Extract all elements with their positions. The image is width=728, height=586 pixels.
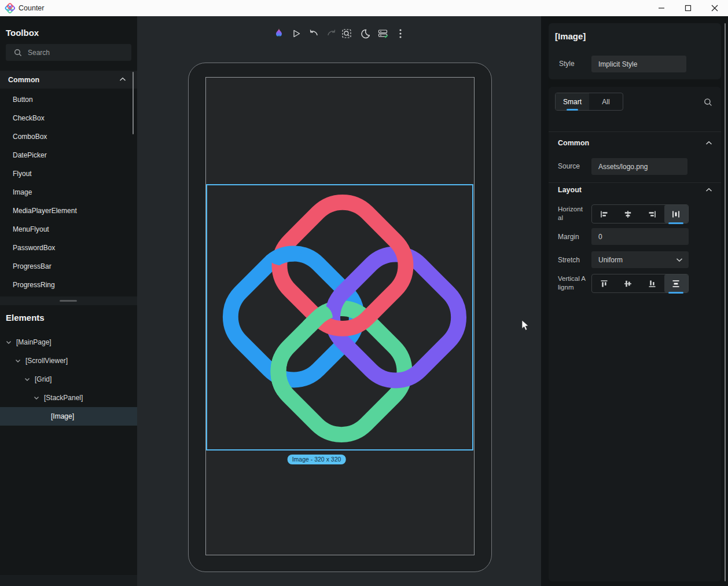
margin-input[interactable]: 0 bbox=[591, 228, 689, 245]
toolbox-item-combobox[interactable]: ComboBox bbox=[0, 127, 133, 146]
stretch-horizontal-icon bbox=[671, 210, 681, 219]
tree-item-scrollviewer[interactable]: [ScrollViewer] bbox=[0, 351, 152, 370]
toolbox-item-button[interactable]: Button bbox=[0, 90, 133, 109]
property-search-icon[interactable] bbox=[704, 98, 712, 107]
play-button[interactable] bbox=[289, 26, 304, 41]
theme-toggle-button[interactable] bbox=[358, 26, 373, 41]
source-input[interactable]: Assets/logo.png bbox=[591, 158, 687, 175]
title-bar: Counter bbox=[0, 0, 728, 16]
undo-button[interactable] bbox=[306, 26, 321, 41]
style-input[interactable]: Implicit Style bbox=[591, 56, 686, 72]
section-divider bbox=[549, 182, 721, 183]
toolbox-search-input[interactable]: Search bbox=[6, 44, 131, 61]
app-window: Counter Toolbox Search Common bbox=[0, 0, 728, 586]
align-right-button[interactable] bbox=[640, 205, 664, 223]
stretch-horizontal-button[interactable] bbox=[664, 205, 689, 223]
toolbox-item-checkbox[interactable]: CheckBox bbox=[0, 109, 133, 127]
panel-gutter bbox=[541, 16, 548, 586]
style-label: Style bbox=[559, 60, 575, 68]
redo-icon bbox=[326, 30, 336, 38]
sidebar-bottom-band bbox=[0, 575, 137, 586]
align-top-button[interactable] bbox=[592, 274, 616, 292]
vertical-alignment-group bbox=[591, 274, 689, 293]
maximize-icon bbox=[685, 5, 692, 12]
margin-label: Margin bbox=[558, 233, 579, 241]
property-tabs: Smart All bbox=[555, 93, 623, 111]
inspector-header-card: [Image] Style Implicit Style bbox=[549, 23, 721, 79]
close-button[interactable] bbox=[701, 0, 728, 16]
align-top-icon bbox=[600, 279, 609, 288]
inspect-element-icon bbox=[341, 28, 352, 39]
section-divider bbox=[549, 131, 721, 132]
kebab-menu-icon bbox=[399, 29, 402, 38]
design-canvas[interactable]: Image - 320 x 320 bbox=[137, 16, 548, 586]
selected-underline bbox=[668, 222, 683, 224]
chevron-down-icon bbox=[676, 258, 683, 262]
search-icon bbox=[14, 49, 22, 57]
horizontal-alignment-group bbox=[591, 204, 689, 224]
chevron-up-icon[interactable] bbox=[705, 188, 712, 192]
chevron-down-icon[interactable] bbox=[34, 396, 41, 400]
mouse-cursor bbox=[521, 320, 530, 331]
align-center-vertical-icon bbox=[623, 279, 633, 288]
horizontal-alignment-label: Horizontal bbox=[558, 205, 586, 222]
chevron-down-icon[interactable] bbox=[24, 378, 31, 382]
toolbox-item-progressring[interactable]: ProgressRing bbox=[0, 276, 133, 294]
redo-button[interactable] bbox=[323, 26, 339, 41]
selected-element-title: [Image] bbox=[555, 31, 586, 41]
align-center-horizontal-button[interactable] bbox=[616, 205, 641, 223]
hot-reload-button[interactable] bbox=[271, 26, 286, 41]
toolbox-section-common[interactable]: Common bbox=[0, 71, 137, 89]
align-bottom-button[interactable] bbox=[640, 274, 664, 292]
chevron-down-icon[interactable] bbox=[6, 340, 13, 345]
splitter-grip bbox=[60, 300, 77, 302]
inspector-scrollbar[interactable] bbox=[725, 23, 726, 581]
toolbox-item-flyout[interactable]: Flyout bbox=[0, 164, 133, 183]
tree-item-mainpage[interactable]: [MainPage] bbox=[0, 333, 143, 351]
close-icon bbox=[711, 5, 718, 12]
active-tab-underline bbox=[567, 109, 578, 111]
align-left-button[interactable] bbox=[592, 205, 616, 223]
toolbox-item-progressbar[interactable]: ProgressBar bbox=[0, 257, 133, 276]
tab-smart[interactable]: Smart bbox=[556, 93, 589, 110]
moon-icon bbox=[361, 29, 370, 39]
more-options-button[interactable] bbox=[393, 26, 408, 41]
minimize-icon bbox=[658, 5, 665, 12]
play-icon bbox=[292, 29, 301, 38]
toolbox-item-datepicker[interactable]: DatePicker bbox=[0, 146, 133, 164]
selection-outline bbox=[206, 184, 473, 451]
align-center-vertical-button[interactable] bbox=[616, 274, 641, 292]
diagnostics-button[interactable] bbox=[376, 26, 391, 41]
stretch-vertical-icon bbox=[671, 279, 681, 288]
window-title: Counter bbox=[19, 4, 44, 12]
toolbox-item-menuflyout[interactable]: MenuFlyout bbox=[0, 220, 133, 239]
toolbox-title: Toolbox bbox=[6, 28, 39, 38]
layout-section-title: Layout bbox=[558, 186, 582, 194]
selected-underline bbox=[668, 292, 683, 294]
chevron-down-icon[interactable] bbox=[15, 359, 22, 363]
source-label: Source bbox=[558, 162, 580, 170]
search-placeholder: Search bbox=[28, 49, 50, 57]
chevron-up-icon[interactable] bbox=[705, 141, 712, 145]
inspector-panel: [Image] Style Implicit Style Smart All bbox=[548, 16, 728, 586]
align-right-icon bbox=[648, 210, 657, 219]
stretch-dropdown[interactable]: Uniform bbox=[591, 251, 689, 268]
toolbox-item-image[interactable]: Image bbox=[0, 183, 133, 202]
align-left-icon bbox=[600, 210, 609, 219]
diagnostics-check-icon bbox=[378, 29, 389, 39]
inspect-element-button[interactable] bbox=[339, 26, 354, 41]
minimize-button[interactable] bbox=[648, 0, 675, 16]
align-center-horizontal-icon bbox=[623, 210, 633, 219]
left-sidebar: Toolbox Search Common Button CheckBox Co… bbox=[0, 16, 137, 586]
common-section-title: Common bbox=[558, 139, 589, 147]
tab-all[interactable]: All bbox=[589, 93, 623, 110]
toolbox-scrollbar[interactable] bbox=[133, 72, 134, 134]
toolbox-item-passwordbox[interactable]: PasswordBox bbox=[0, 239, 133, 257]
panel-splitter[interactable] bbox=[0, 296, 137, 305]
app-logo-icon bbox=[5, 3, 15, 13]
maximize-button[interactable] bbox=[675, 0, 701, 16]
toolbox-item-mediaplayerelement[interactable]: MediaPlayerElement bbox=[0, 202, 133, 220]
inspector-properties-card: Smart All Common Source Assets/logo.png bbox=[549, 87, 721, 581]
elements-title: Elements bbox=[6, 313, 45, 323]
stretch-vertical-button[interactable] bbox=[664, 274, 689, 292]
